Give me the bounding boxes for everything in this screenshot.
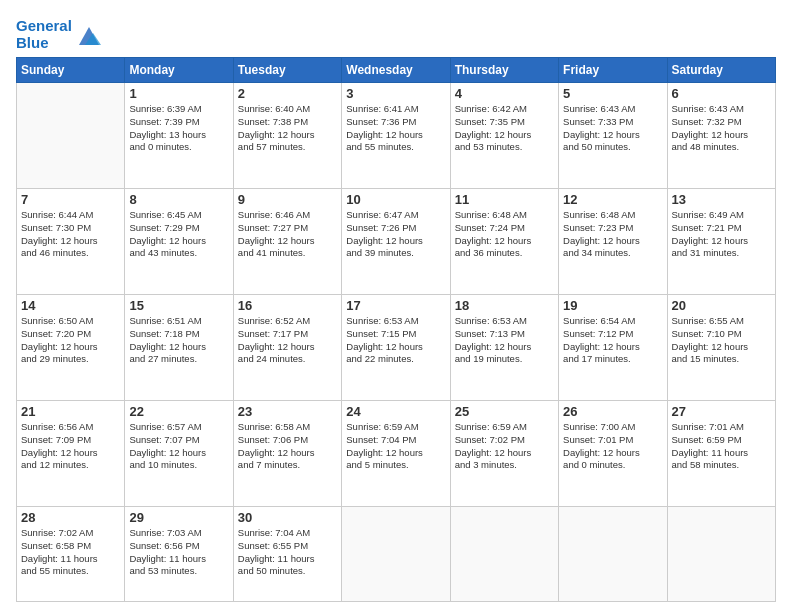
- day-info: Sunrise: 6:59 AMSunset: 7:02 PMDaylight:…: [455, 421, 554, 472]
- day-info: Sunrise: 6:53 AMSunset: 7:13 PMDaylight:…: [455, 315, 554, 366]
- calendar-day-cell: [450, 507, 558, 602]
- calendar-day-cell: [342, 507, 450, 602]
- calendar-day-cell: 18Sunrise: 6:53 AMSunset: 7:13 PMDayligh…: [450, 295, 558, 401]
- day-number: 10: [346, 192, 445, 207]
- weekday-header-thursday: Thursday: [450, 58, 558, 83]
- calendar-day-cell: 26Sunrise: 7:00 AMSunset: 7:01 PMDayligh…: [559, 401, 667, 507]
- calendar-day-cell: 17Sunrise: 6:53 AMSunset: 7:15 PMDayligh…: [342, 295, 450, 401]
- day-info: Sunrise: 6:44 AMSunset: 7:30 PMDaylight:…: [21, 209, 120, 260]
- day-info: Sunrise: 6:53 AMSunset: 7:15 PMDaylight:…: [346, 315, 445, 366]
- day-number: 7: [21, 192, 120, 207]
- day-number: 18: [455, 298, 554, 313]
- calendar-day-cell: 24Sunrise: 6:59 AMSunset: 7:04 PMDayligh…: [342, 401, 450, 507]
- logo-blue: Blue: [16, 35, 72, 52]
- day-info: Sunrise: 6:45 AMSunset: 7:29 PMDaylight:…: [129, 209, 228, 260]
- weekday-header-friday: Friday: [559, 58, 667, 83]
- calendar-day-cell: 21Sunrise: 6:56 AMSunset: 7:09 PMDayligh…: [17, 401, 125, 507]
- calendar-day-cell: [667, 507, 775, 602]
- day-number: 27: [672, 404, 771, 419]
- calendar-day-cell: 11Sunrise: 6:48 AMSunset: 7:24 PMDayligh…: [450, 189, 558, 295]
- calendar-day-cell: 7Sunrise: 6:44 AMSunset: 7:30 PMDaylight…: [17, 189, 125, 295]
- day-info: Sunrise: 6:57 AMSunset: 7:07 PMDaylight:…: [129, 421, 228, 472]
- day-info: Sunrise: 6:51 AMSunset: 7:18 PMDaylight:…: [129, 315, 228, 366]
- day-info: Sunrise: 6:59 AMSunset: 7:04 PMDaylight:…: [346, 421, 445, 472]
- day-number: 1: [129, 86, 228, 101]
- logo: General Blue: [16, 18, 103, 51]
- calendar-day-cell: [17, 83, 125, 189]
- calendar-day-cell: 9Sunrise: 6:46 AMSunset: 7:27 PMDaylight…: [233, 189, 341, 295]
- calendar-day-cell: 4Sunrise: 6:42 AMSunset: 7:35 PMDaylight…: [450, 83, 558, 189]
- day-number: 5: [563, 86, 662, 101]
- calendar-day-cell: 10Sunrise: 6:47 AMSunset: 7:26 PMDayligh…: [342, 189, 450, 295]
- calendar-header-row: SundayMondayTuesdayWednesdayThursdayFrid…: [17, 58, 776, 83]
- day-number: 3: [346, 86, 445, 101]
- logo-blue-text: Blue: [16, 34, 49, 51]
- calendar-day-cell: [559, 507, 667, 602]
- logo-general: General: [16, 17, 72, 34]
- day-number: 6: [672, 86, 771, 101]
- day-info: Sunrise: 7:04 AMSunset: 6:55 PMDaylight:…: [238, 527, 337, 578]
- day-info: Sunrise: 6:49 AMSunset: 7:21 PMDaylight:…: [672, 209, 771, 260]
- day-number: 19: [563, 298, 662, 313]
- calendar-week-row: 21Sunrise: 6:56 AMSunset: 7:09 PMDayligh…: [17, 401, 776, 507]
- day-info: Sunrise: 6:48 AMSunset: 7:24 PMDaylight:…: [455, 209, 554, 260]
- day-info: Sunrise: 6:58 AMSunset: 7:06 PMDaylight:…: [238, 421, 337, 472]
- day-number: 25: [455, 404, 554, 419]
- day-number: 29: [129, 510, 228, 525]
- day-info: Sunrise: 6:42 AMSunset: 7:35 PMDaylight:…: [455, 103, 554, 154]
- calendar-day-cell: 1Sunrise: 6:39 AMSunset: 7:39 PMDaylight…: [125, 83, 233, 189]
- day-info: Sunrise: 6:39 AMSunset: 7:39 PMDaylight:…: [129, 103, 228, 154]
- weekday-header-saturday: Saturday: [667, 58, 775, 83]
- calendar-week-row: 7Sunrise: 6:44 AMSunset: 7:30 PMDaylight…: [17, 189, 776, 295]
- day-number: 26: [563, 404, 662, 419]
- day-info: Sunrise: 6:54 AMSunset: 7:12 PMDaylight:…: [563, 315, 662, 366]
- weekday-header-wednesday: Wednesday: [342, 58, 450, 83]
- weekday-header-tuesday: Tuesday: [233, 58, 341, 83]
- calendar-day-cell: 2Sunrise: 6:40 AMSunset: 7:38 PMDaylight…: [233, 83, 341, 189]
- logo-icon: [75, 23, 103, 47]
- calendar-week-row: 28Sunrise: 7:02 AMSunset: 6:58 PMDayligh…: [17, 507, 776, 602]
- calendar-day-cell: 19Sunrise: 6:54 AMSunset: 7:12 PMDayligh…: [559, 295, 667, 401]
- header: General Blue: [16, 14, 776, 51]
- calendar-day-cell: 16Sunrise: 6:52 AMSunset: 7:17 PMDayligh…: [233, 295, 341, 401]
- calendar-day-cell: 30Sunrise: 7:04 AMSunset: 6:55 PMDayligh…: [233, 507, 341, 602]
- day-info: Sunrise: 6:48 AMSunset: 7:23 PMDaylight:…: [563, 209, 662, 260]
- day-number: 15: [129, 298, 228, 313]
- day-number: 24: [346, 404, 445, 419]
- calendar-day-cell: 20Sunrise: 6:55 AMSunset: 7:10 PMDayligh…: [667, 295, 775, 401]
- day-info: Sunrise: 6:41 AMSunset: 7:36 PMDaylight:…: [346, 103, 445, 154]
- day-number: 13: [672, 192, 771, 207]
- day-info: Sunrise: 7:01 AMSunset: 6:59 PMDaylight:…: [672, 421, 771, 472]
- day-number: 23: [238, 404, 337, 419]
- day-info: Sunrise: 6:52 AMSunset: 7:17 PMDaylight:…: [238, 315, 337, 366]
- day-info: Sunrise: 6:46 AMSunset: 7:27 PMDaylight:…: [238, 209, 337, 260]
- day-number: 20: [672, 298, 771, 313]
- calendar-day-cell: 5Sunrise: 6:43 AMSunset: 7:33 PMDaylight…: [559, 83, 667, 189]
- day-number: 16: [238, 298, 337, 313]
- calendar-day-cell: 15Sunrise: 6:51 AMSunset: 7:18 PMDayligh…: [125, 295, 233, 401]
- weekday-header-monday: Monday: [125, 58, 233, 83]
- day-info: Sunrise: 7:00 AMSunset: 7:01 PMDaylight:…: [563, 421, 662, 472]
- day-info: Sunrise: 6:40 AMSunset: 7:38 PMDaylight:…: [238, 103, 337, 154]
- day-number: 22: [129, 404, 228, 419]
- day-info: Sunrise: 6:43 AMSunset: 7:32 PMDaylight:…: [672, 103, 771, 154]
- calendar-table: SundayMondayTuesdayWednesdayThursdayFrid…: [16, 57, 776, 602]
- calendar-day-cell: 25Sunrise: 6:59 AMSunset: 7:02 PMDayligh…: [450, 401, 558, 507]
- day-info: Sunrise: 6:43 AMSunset: 7:33 PMDaylight:…: [563, 103, 662, 154]
- day-info: Sunrise: 7:03 AMSunset: 6:56 PMDaylight:…: [129, 527, 228, 578]
- calendar-day-cell: 23Sunrise: 6:58 AMSunset: 7:06 PMDayligh…: [233, 401, 341, 507]
- day-info: Sunrise: 6:50 AMSunset: 7:20 PMDaylight:…: [21, 315, 120, 366]
- calendar-day-cell: 13Sunrise: 6:49 AMSunset: 7:21 PMDayligh…: [667, 189, 775, 295]
- calendar-day-cell: 14Sunrise: 6:50 AMSunset: 7:20 PMDayligh…: [17, 295, 125, 401]
- day-info: Sunrise: 7:02 AMSunset: 6:58 PMDaylight:…: [21, 527, 120, 578]
- day-number: 17: [346, 298, 445, 313]
- day-number: 12: [563, 192, 662, 207]
- calendar-day-cell: 6Sunrise: 6:43 AMSunset: 7:32 PMDaylight…: [667, 83, 775, 189]
- calendar-day-cell: 22Sunrise: 6:57 AMSunset: 7:07 PMDayligh…: [125, 401, 233, 507]
- calendar-day-cell: 8Sunrise: 6:45 AMSunset: 7:29 PMDaylight…: [125, 189, 233, 295]
- logo-text: General: [16, 18, 72, 35]
- day-info: Sunrise: 6:55 AMSunset: 7:10 PMDaylight:…: [672, 315, 771, 366]
- calendar-day-cell: 27Sunrise: 7:01 AMSunset: 6:59 PMDayligh…: [667, 401, 775, 507]
- day-number: 28: [21, 510, 120, 525]
- day-number: 30: [238, 510, 337, 525]
